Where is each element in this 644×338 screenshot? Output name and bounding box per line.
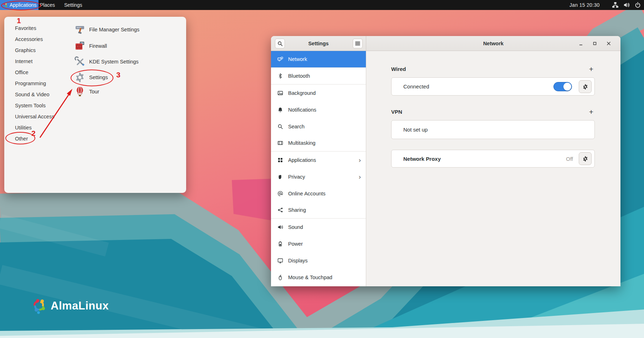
applications-menu-label: Applications xyxy=(10,2,37,8)
menu-item-label: Tour xyxy=(89,89,99,94)
almalinux-logo-icon xyxy=(30,297,48,315)
settings-menu-button[interactable]: Settings xyxy=(64,0,82,10)
sidebar-item-notifications[interactable]: Notifications xyxy=(271,101,366,118)
category-office[interactable]: Office xyxy=(11,67,71,78)
power-icon[interactable] xyxy=(635,2,641,9)
vpn-heading: VPN xyxy=(391,109,402,115)
applications-menu-popup: Favorites Accessories Graphics Internet … xyxy=(4,17,186,193)
wired-status-label: Connected xyxy=(403,83,429,89)
sidebar-item-label: Bluetooth xyxy=(288,73,366,79)
volume-icon[interactable] xyxy=(623,2,630,9)
sidebar-item-applications[interactable]: Applications › xyxy=(271,152,366,168)
vpn-row: Not set up xyxy=(391,120,595,139)
close-button[interactable] xyxy=(604,39,613,48)
clock-label: Jan 15 20:30 xyxy=(569,2,600,8)
brand-name: AlmaLinux xyxy=(51,299,109,312)
minimize-icon xyxy=(579,41,583,46)
menu-item-label: KDE System Settings xyxy=(89,59,139,65)
category-list: Favorites Accessories Graphics Internet … xyxy=(11,23,71,144)
almalinux-logo: AlmaLinux xyxy=(30,297,109,315)
menu-item-label: File Manager Settings xyxy=(89,27,139,32)
clock[interactable]: Jan 15 20:30 xyxy=(569,0,600,10)
speaker-icon xyxy=(277,224,283,230)
close-icon xyxy=(607,41,611,46)
bell-icon xyxy=(277,107,283,113)
vpn-status-label: Not set up xyxy=(403,127,428,133)
mouse-icon xyxy=(277,275,283,280)
category-accessories[interactable]: Accessories xyxy=(11,34,71,45)
applications-menu-button[interactable]: Applications xyxy=(0,0,39,10)
sidebar-item-label: Network xyxy=(288,56,366,62)
hand-privacy-icon xyxy=(277,174,283,180)
category-internet[interactable]: Internet xyxy=(11,56,71,67)
sidebar-item-label: Sound xyxy=(288,224,366,230)
menu-item-tour[interactable]: Tour xyxy=(74,84,181,99)
sidebar-item-label: Applications xyxy=(288,157,359,163)
network-panel: Wired + Connected VPN + Not set up Netwo… xyxy=(366,51,620,286)
sidebar-item-mouse-touchpad[interactable]: Mouse & Touchpad xyxy=(271,269,366,286)
battery-icon xyxy=(277,241,283,247)
menu-item-label: Settings xyxy=(89,75,108,80)
sidebar-item-label: Online Accounts xyxy=(288,191,366,196)
menu-item-kde-system-settings[interactable]: KDE System Settings xyxy=(74,55,181,69)
sidebar-item-sound[interactable]: Sound xyxy=(271,219,366,235)
sidebar-item-search[interactable]: Search xyxy=(271,118,366,135)
gear-icon xyxy=(582,156,588,162)
sidebar-item-label: Displays xyxy=(288,258,366,263)
proxy-options-button[interactable] xyxy=(579,152,592,165)
sidebar-item-sharing[interactable]: Sharing xyxy=(271,202,366,219)
background-icon xyxy=(277,90,283,96)
category-programming[interactable]: Programming xyxy=(11,78,71,89)
toggle-knob xyxy=(563,83,571,91)
sidebar-item-online-accounts[interactable]: Online Accounts xyxy=(271,185,366,202)
wired-section-header: Wired + xyxy=(391,64,595,74)
network-proxy-row[interactable]: Network Proxy Off xyxy=(391,150,595,168)
chevron-right-icon: › xyxy=(359,157,361,163)
search-panel-icon xyxy=(277,124,283,129)
wired-toggle[interactable] xyxy=(553,82,572,91)
menu-item-file-manager-settings[interactable]: File Manager Settings xyxy=(74,22,181,37)
window-header-right: Network xyxy=(366,36,620,51)
wired-options-button[interactable] xyxy=(579,80,592,93)
sidebar-item-network[interactable]: Network xyxy=(271,51,366,68)
sidebar-item-background[interactable]: Background xyxy=(271,84,366,101)
proxy-label: Network Proxy xyxy=(403,156,441,162)
monitor-icon xyxy=(277,258,283,263)
window-title-settings: Settings xyxy=(271,36,366,51)
menu-item-settings[interactable]: Settings xyxy=(74,70,181,84)
primary-menu-button[interactable] xyxy=(353,39,363,48)
tour-balloon-icon xyxy=(74,86,86,97)
settings-sidebar: Network Bluetooth Background xyxy=(271,51,366,286)
category-other[interactable]: Other xyxy=(11,133,71,144)
sidebar-item-label: Multitasking xyxy=(288,140,366,146)
sidebar-item-label: Notifications xyxy=(288,107,366,113)
places-menu-label: Places xyxy=(40,2,55,8)
sidebar-item-bluetooth[interactable]: Bluetooth xyxy=(271,68,366,84)
sidebar-item-power[interactable]: Power xyxy=(271,235,366,252)
proxy-status: Off xyxy=(566,156,573,162)
hamburger-icon xyxy=(355,41,360,46)
maximize-button[interactable] xyxy=(590,39,599,48)
wired-connection-row[interactable]: Connected xyxy=(391,77,595,96)
category-graphics[interactable]: Graphics xyxy=(11,45,71,56)
share-icon xyxy=(277,207,283,213)
category-utilities[interactable]: Utilities xyxy=(11,122,71,133)
network-icon[interactable] xyxy=(612,2,619,9)
menu-item-firewall[interactable]: Firewall xyxy=(74,39,181,53)
add-wired-button[interactable]: + xyxy=(589,65,595,73)
sidebar-item-label: Privacy xyxy=(288,174,359,180)
multitasking-icon xyxy=(277,140,283,146)
sidebar-item-privacy[interactable]: Privacy › xyxy=(271,168,366,185)
settings-window: Settings Network xyxy=(271,36,620,286)
sidebar-item-multitasking[interactable]: Multitasking xyxy=(271,135,366,152)
sidebar-item-label: Power xyxy=(288,241,366,247)
places-menu-button[interactable]: Places xyxy=(40,0,55,10)
category-sound-video[interactable]: Sound & Video xyxy=(11,89,71,100)
category-universal-access[interactable]: Universal Access xyxy=(11,111,71,122)
sidebar-item-displays[interactable]: Displays xyxy=(271,252,366,269)
category-system-tools[interactable]: System Tools xyxy=(11,100,71,111)
category-favorites[interactable]: Favorites xyxy=(11,23,71,34)
minimize-button[interactable] xyxy=(576,39,586,48)
add-vpn-button[interactable]: + xyxy=(589,108,595,116)
firewall-icon xyxy=(74,40,86,52)
